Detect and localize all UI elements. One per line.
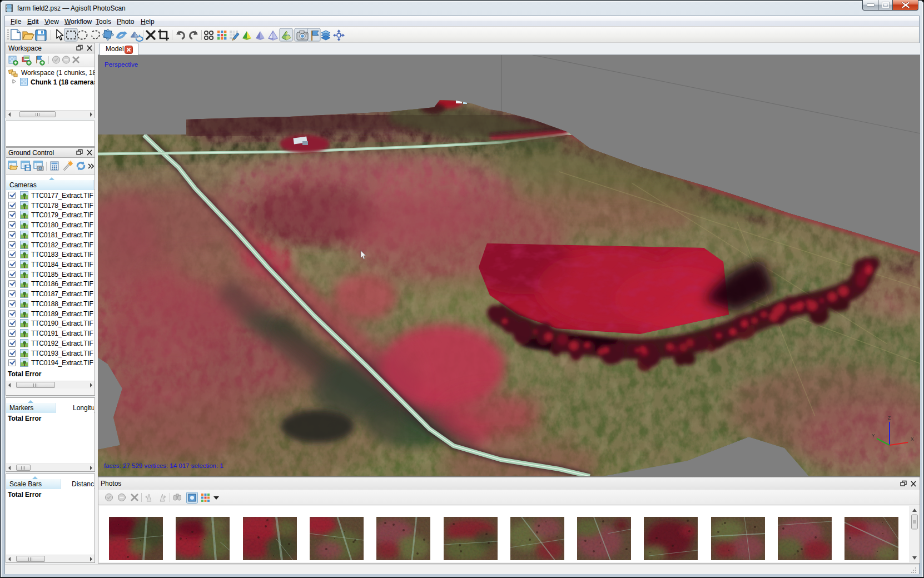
svg-text:Y: Y bbox=[872, 433, 875, 439]
svg-text:Z: Z bbox=[888, 415, 891, 421]
svg-text:X: X bbox=[911, 436, 914, 442]
